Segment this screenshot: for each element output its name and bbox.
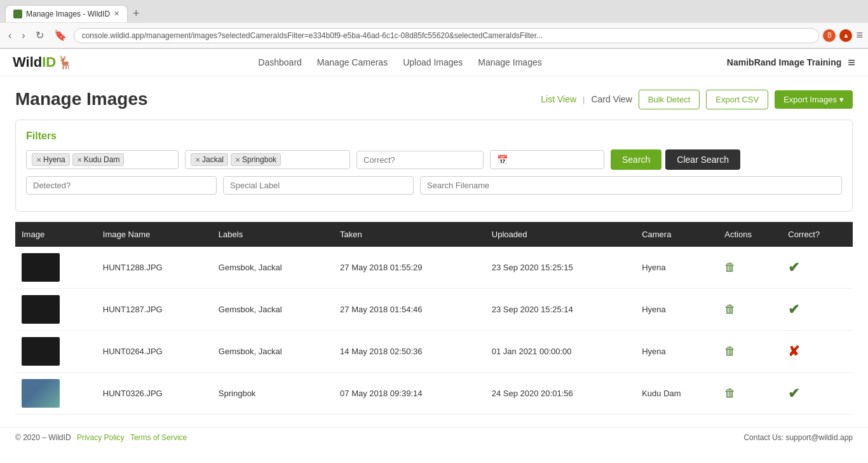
browser-menu-icon[interactable]: ≡ bbox=[856, 29, 863, 42]
col-image-name: Image Name bbox=[97, 222, 212, 247]
image-thumbnail[interactable] bbox=[22, 337, 60, 366]
export-csv-button[interactable]: Export CSV bbox=[706, 90, 768, 109]
delete-button[interactable]: 🗑 bbox=[724, 261, 736, 273]
cell-correct: ✘ bbox=[782, 331, 853, 373]
remove-jackal-icon[interactable]: ✕ bbox=[195, 156, 200, 163]
col-labels: Labels bbox=[212, 222, 334, 247]
bulk-detect-button[interactable]: Bulk Detect bbox=[639, 90, 700, 109]
remove-kududam-icon[interactable]: ✕ bbox=[77, 156, 82, 163]
privacy-link[interactable]: Privacy Policy bbox=[77, 433, 125, 442]
correct-checkmark: ✔ bbox=[788, 259, 799, 275]
cell-uploaded: 23 Sep 2020 15:25:14 bbox=[485, 289, 635, 331]
cell-camera: Hyena bbox=[635, 247, 718, 289]
active-tab[interactable]: Manage Images - WildID ✕ bbox=[5, 5, 128, 22]
filters-row-2 bbox=[26, 176, 842, 195]
logo-wild: Wild bbox=[13, 54, 42, 71]
table-row: HUNT1288.JPGGemsbok, Jackal27 May 2018 0… bbox=[15, 247, 853, 289]
header-menu-icon[interactable]: ≡ bbox=[848, 55, 855, 70]
species-filter[interactable]: ✕ Jackal ✕ Springbok bbox=[185, 150, 350, 169]
bookmark-icon[interactable]: 🔖 bbox=[51, 28, 70, 43]
correct-checkmark: ✔ bbox=[788, 385, 799, 401]
col-taken: Taken bbox=[334, 222, 485, 247]
card-view-link[interactable]: Card View bbox=[591, 94, 632, 104]
correct-checkmark: ✔ bbox=[788, 301, 799, 317]
new-tab-button[interactable]: + bbox=[128, 7, 145, 20]
cell-labels: Springbok bbox=[212, 373, 334, 415]
export-images-button[interactable]: Export Images ▾ bbox=[775, 90, 853, 109]
detected-filter[interactable] bbox=[26, 176, 217, 195]
col-camera: Camera bbox=[635, 222, 718, 247]
cell-actions: 🗑 bbox=[718, 331, 782, 373]
image-thumbnail[interactable] bbox=[22, 253, 60, 282]
cell-correct: ✔ bbox=[782, 373, 853, 415]
browser-icons: B ▲ bbox=[823, 29, 852, 42]
cell-labels: Gemsbok, Jackal bbox=[212, 289, 334, 331]
cell-actions: 🗑 bbox=[718, 373, 782, 415]
search-button[interactable]: Search bbox=[611, 149, 661, 170]
page-content: Manage Images List View | Card View Bulk… bbox=[0, 76, 868, 427]
tab-title: Manage Images - WildID bbox=[26, 10, 110, 18]
address-bar[interactable] bbox=[74, 28, 820, 43]
date-filter[interactable]: 📅 bbox=[490, 150, 604, 169]
filename-filter[interactable] bbox=[420, 176, 842, 195]
images-table: Image Image Name Labels Taken Uploaded C… bbox=[15, 222, 853, 415]
species-tag-springbok: ✕ Springbok bbox=[231, 153, 281, 166]
cell-uploaded: 24 Sep 2020 20:01:56 bbox=[485, 373, 635, 415]
cell-camera: Kudu Dam bbox=[635, 373, 718, 415]
nav-cameras[interactable]: Manage Cameras bbox=[317, 57, 388, 67]
camera-tag-hyena-label: Hyena bbox=[43, 155, 65, 164]
footer-left: © 2020 – WildID Privacy Policy Terms of … bbox=[15, 433, 187, 442]
remove-springbok-icon[interactable]: ✕ bbox=[235, 156, 240, 163]
table-row: HUNT0326.JPGSpringbok07 May 2018 09:39:1… bbox=[15, 373, 853, 415]
browser-chrome: Manage Images - WildID ✕ + ‹ › ↻ 🔖 B ▲ ≡ bbox=[0, 0, 868, 49]
export-arrow-icon: ▾ bbox=[839, 95, 844, 104]
cell-uploaded: 01 Jan 2021 00:00:00 bbox=[485, 331, 635, 373]
cell-image bbox=[15, 247, 97, 289]
remove-hyena-icon[interactable]: ✕ bbox=[36, 156, 41, 163]
cell-image bbox=[15, 331, 97, 373]
nav-upload[interactable]: Upload Images bbox=[403, 57, 463, 67]
cell-camera: Hyena bbox=[635, 289, 718, 331]
image-thumbnail[interactable] bbox=[22, 379, 60, 408]
nav-dashboard[interactable]: Dashboard bbox=[258, 57, 302, 67]
cell-taken: 07 May 2018 09:39:14 bbox=[334, 373, 485, 415]
camera-tag-kududam: ✕ Kudu Dam bbox=[72, 153, 125, 166]
terms-link[interactable]: Terms of Service bbox=[130, 433, 187, 442]
clear-search-button[interactable]: Clear Search bbox=[665, 149, 740, 170]
contact-info: Contact Us: support@wildid.app bbox=[743, 433, 853, 442]
species-tag-springbok-label: Springbok bbox=[242, 155, 276, 164]
cell-image bbox=[15, 289, 97, 331]
col-correct: Correct? bbox=[782, 222, 853, 247]
tab-close-icon[interactable]: ✕ bbox=[114, 10, 119, 18]
cell-actions: 🗑 bbox=[718, 247, 782, 289]
cell-taken: 27 May 2018 01:54:46 bbox=[334, 289, 485, 331]
correct-filter[interactable] bbox=[356, 151, 484, 169]
delete-button[interactable]: 🗑 bbox=[724, 345, 736, 357]
logo-icon: 🦌 bbox=[57, 55, 73, 70]
camera-filter[interactable]: ✕ Hyena ✕ Kudu Dam bbox=[26, 150, 179, 169]
cell-image-name: HUNT0264.JPG bbox=[97, 331, 212, 373]
cell-camera: Hyena bbox=[635, 331, 718, 373]
view-controls: List View | Card View Bulk Detect Export… bbox=[541, 90, 853, 109]
table-row: HUNT0264.JPGGemsbok, Jackal14 May 2018 0… bbox=[15, 331, 853, 373]
filters-panel: Filters ✕ Hyena ✕ Kudu Dam ✕ Jackal bbox=[15, 120, 853, 212]
logo-id: ID bbox=[42, 54, 56, 71]
special-label-filter[interactable] bbox=[223, 176, 414, 195]
logo: Wild ID 🦌 bbox=[13, 54, 73, 71]
forward-button[interactable]: › bbox=[18, 29, 28, 43]
cell-taken: 27 May 2018 01:55:29 bbox=[334, 247, 485, 289]
nav-images[interactable]: Manage Images bbox=[478, 57, 541, 67]
delete-button[interactable]: 🗑 bbox=[724, 387, 736, 399]
footer: © 2020 – WildID Privacy Policy Terms of … bbox=[0, 427, 868, 447]
filters-row-1: ✕ Hyena ✕ Kudu Dam ✕ Jackal ✕ Springbok bbox=[26, 149, 842, 170]
list-view-link[interactable]: List View bbox=[541, 94, 576, 104]
nav-bar: ‹ › ↻ 🔖 B ▲ ≡ bbox=[0, 23, 868, 48]
col-uploaded: Uploaded bbox=[485, 222, 635, 247]
back-button[interactable]: ‹ bbox=[5, 29, 15, 43]
tab-bar: Manage Images - WildID ✕ + bbox=[0, 0, 868, 23]
delete-button[interactable]: 🗑 bbox=[724, 303, 736, 315]
image-thumbnail[interactable] bbox=[22, 295, 60, 324]
refresh-button[interactable]: ↻ bbox=[32, 28, 47, 43]
filters-title: Filters bbox=[26, 130, 842, 142]
brave-icon: B bbox=[823, 29, 836, 42]
